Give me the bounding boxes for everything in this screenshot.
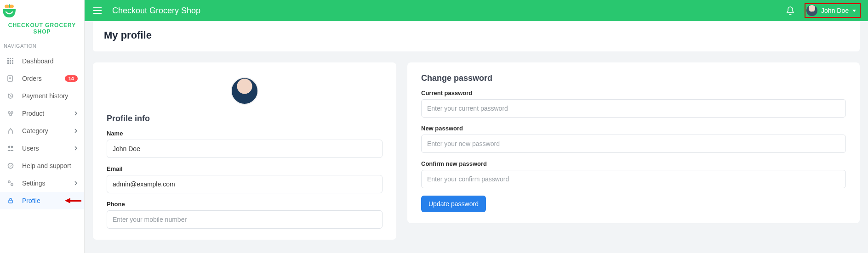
svg-point-1 bbox=[9, 5, 14, 8]
category-icon bbox=[6, 127, 15, 135]
sidebar-item-category[interactable]: Category bbox=[0, 122, 84, 140]
svg-text:?: ? bbox=[10, 164, 12, 168]
chevron-right-icon bbox=[74, 146, 78, 151]
profile-avatar bbox=[231, 77, 258, 105]
chevron-right-icon bbox=[74, 111, 78, 116]
phone-field[interactable] bbox=[107, 210, 383, 229]
sidebar-item-dashboard[interactable]: Dashboard bbox=[0, 52, 84, 70]
svg-point-17 bbox=[11, 112, 13, 113]
sidebar-item-product[interactable]: Product bbox=[0, 105, 84, 122]
svg-point-0 bbox=[5, 5, 9, 8]
avatar bbox=[806, 5, 817, 16]
help-icon: ? bbox=[6, 162, 15, 170]
chevron-right-icon bbox=[74, 181, 78, 186]
svg-marker-27 bbox=[65, 198, 70, 203]
svg-point-24 bbox=[11, 184, 13, 186]
new-password-label: New password bbox=[421, 125, 846, 132]
change-password-card: Change password Current password New pas… bbox=[407, 62, 860, 223]
email-field[interactable] bbox=[107, 175, 383, 193]
svg-rect-3 bbox=[10, 58, 11, 59]
profile-section-title: Profile info bbox=[107, 114, 383, 124]
sidebar-item-users[interactable]: Users bbox=[0, 140, 84, 157]
lock-icon bbox=[6, 197, 15, 205]
sidebar-item-label: Dashboard bbox=[22, 57, 78, 65]
svg-rect-10 bbox=[12, 62, 13, 64]
notifications-button[interactable] bbox=[786, 6, 794, 15]
history-icon bbox=[6, 92, 15, 100]
svg-line-15 bbox=[11, 96, 11, 97]
svg-rect-8 bbox=[7, 62, 9, 64]
confirm-password-label: Confirm new password bbox=[421, 160, 846, 167]
svg-rect-4 bbox=[12, 58, 13, 59]
settings-icon bbox=[6, 179, 15, 187]
menu-toggle-button[interactable] bbox=[92, 5, 103, 16]
sidebar-item-label: Profile bbox=[22, 197, 65, 204]
sidebar-item-settings[interactable]: Settings bbox=[0, 174, 84, 192]
sidebar-item-label: Payment history bbox=[22, 92, 78, 100]
sidebar-item-label: Category bbox=[22, 127, 74, 135]
user-menu[interactable]: John Doe bbox=[805, 3, 861, 18]
confirm-password-field[interactable] bbox=[421, 170, 846, 188]
svg-rect-9 bbox=[10, 62, 11, 64]
arrow-left-icon bbox=[65, 197, 78, 204]
sidebar-item-payment-history[interactable]: Payment history bbox=[0, 87, 84, 105]
name-label: Name bbox=[107, 130, 383, 137]
current-password-field[interactable] bbox=[421, 99, 846, 118]
svg-rect-25 bbox=[9, 200, 12, 203]
nav-heading: NAVIGATION bbox=[0, 39, 84, 52]
new-password-field[interactable] bbox=[421, 135, 846, 153]
users-icon bbox=[6, 144, 15, 152]
email-label: Email bbox=[107, 165, 383, 172]
topbar: Checkout Grocery Shop John Doe bbox=[85, 0, 868, 21]
svg-point-18 bbox=[10, 114, 11, 116]
password-section-title: Change password bbox=[421, 73, 846, 83]
profile-info-card: Profile info Name Email Phone bbox=[93, 62, 396, 240]
sidebar-item-label: Orders bbox=[22, 75, 65, 82]
orders-badge: 14 bbox=[65, 75, 78, 82]
svg-point-16 bbox=[8, 112, 10, 113]
sidebar-item-label: Settings bbox=[22, 180, 74, 187]
svg-rect-2 bbox=[7, 58, 9, 59]
product-icon bbox=[6, 109, 15, 118]
sidebar-item-label: Help and support bbox=[22, 162, 78, 169]
phone-label: Phone bbox=[107, 201, 383, 208]
sidebar-item-orders[interactable]: Orders 14 bbox=[0, 70, 84, 87]
chevron-right-icon bbox=[74, 129, 78, 133]
svg-rect-5 bbox=[7, 60, 9, 62]
svg-point-20 bbox=[11, 146, 13, 148]
svg-point-23 bbox=[8, 181, 10, 183]
grid-icon bbox=[6, 57, 15, 65]
sidebar-item-profile[interactable]: Profile bbox=[0, 192, 84, 209]
user-name: John Doe bbox=[821, 7, 849, 14]
page-title: My profile bbox=[104, 29, 849, 41]
orders-icon bbox=[6, 74, 15, 83]
current-password-label: Current password bbox=[421, 90, 846, 96]
sidebar-item-label: Users bbox=[22, 145, 74, 152]
update-password-button[interactable]: Update password bbox=[421, 196, 486, 212]
sidebar-item-help-support[interactable]: ? Help and support bbox=[0, 157, 84, 174]
svg-rect-6 bbox=[10, 60, 11, 62]
page-title-bar: My profile bbox=[93, 21, 860, 51]
app-title: Checkout Grocery Shop bbox=[112, 6, 786, 16]
name-field[interactable] bbox=[107, 140, 383, 158]
svg-point-19 bbox=[8, 146, 11, 148]
sidebar-item-label: Product bbox=[22, 110, 74, 117]
brand-logo bbox=[0, 0, 84, 22]
svg-rect-7 bbox=[12, 60, 13, 62]
brand-name: CHECKOUT GROCERY SHOP bbox=[0, 22, 84, 39]
sidebar: CHECKOUT GROCERY SHOP NAVIGATION Dashboa… bbox=[0, 0, 85, 253]
caret-down-icon bbox=[852, 10, 856, 12]
